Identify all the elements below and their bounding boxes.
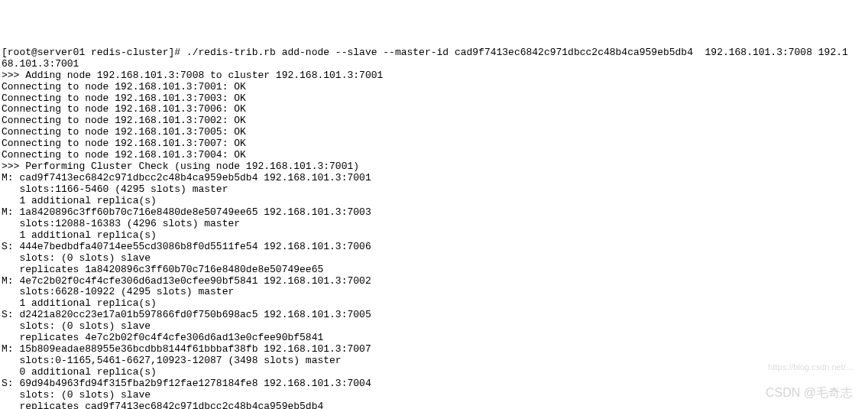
terminal-line: Connecting to node 192.168.101.3:7002: O… [2, 115, 866, 127]
terminal-line: 1 additional replica(s) [2, 230, 866, 242]
terminal-line: M: 4e7c2b02f0c4f4cfe306d6ad13e0cfee90bf5… [2, 276, 866, 287]
terminal-line: M: 15b809eadae88955e36bcdbb8144f61bbbaf3… [2, 344, 866, 355]
terminal-line: Connecting to node 192.168.101.3:7007: O… [2, 138, 866, 150]
terminal-line: replicates 1a8420896c3ff60b70c716e8480de… [2, 265, 866, 276]
terminal-line: S: 69d94b4963fd94f315fba2b9f12fae1278184… [2, 378, 866, 390]
terminal-line: Connecting to node 192.168.101.3:7005: O… [2, 127, 866, 138]
terminal-line: slots: (0 slots) slave [2, 390, 866, 401]
terminal-line: Connecting to node 192.168.101.3:7006: O… [2, 104, 866, 115]
terminal-line: Connecting to node 192.168.101.3:7004: O… [2, 150, 866, 161]
terminal-line: slots: (0 slots) slave [2, 321, 866, 333]
terminal-line: replicates cad9f7413ec6842c971dbcc2c48b4… [2, 401, 866, 409]
terminal-line: Connecting to node 192.168.101.3:7003: O… [2, 93, 866, 105]
terminal-line: 68.101.3:7001 [2, 59, 866, 70]
terminal-line: slots:0-1165,5461-6627,10923-12087 (3498… [2, 355, 866, 367]
terminal-line: slots:6628-10922 (4295 slots) master [2, 287, 866, 298]
terminal-line: S: d2421a820cc23e17a01b597866fd0f750b698… [2, 310, 866, 321]
terminal-line: M: 1a8420896c3ff60b70c716e8480de8e50749e… [2, 207, 866, 219]
terminal-line: [root@server01 redis-cluster]# ./redis-t… [2, 47, 866, 59]
terminal-line: 1 additional replica(s) [2, 298, 866, 310]
terminal-line: >>> Performing Cluster Check (using node… [2, 161, 866, 173]
terminal-line: replicates 4e7c2b02f0c4f4cfe306d6ad13e0c… [2, 333, 866, 344]
terminal-line: S: 444e7bedbdfa40714ee55cd3086b8f0d5511f… [2, 242, 866, 253]
terminal-line: slots: (0 slots) slave [2, 253, 866, 265]
terminal-line: Connecting to node 192.168.101.3:7001: O… [2, 82, 866, 93]
terminal-output[interactable]: [root@server01 redis-cluster]# ./redis-t… [2, 47, 866, 409]
terminal-line: 0 additional replica(s) [2, 367, 866, 378]
terminal-line: slots:12088-16383 (4296 slots) master [2, 219, 866, 230]
terminal-line: slots:1166-5460 (4295 slots) master [2, 184, 866, 196]
terminal-line: >>> Adding node 192.168.101.3:7008 to cl… [2, 70, 866, 82]
terminal-line: 1 additional replica(s) [2, 196, 866, 207]
terminal-line: M: cad9f7413ec6842c971dbcc2c48b4ca959eb5… [2, 173, 866, 184]
